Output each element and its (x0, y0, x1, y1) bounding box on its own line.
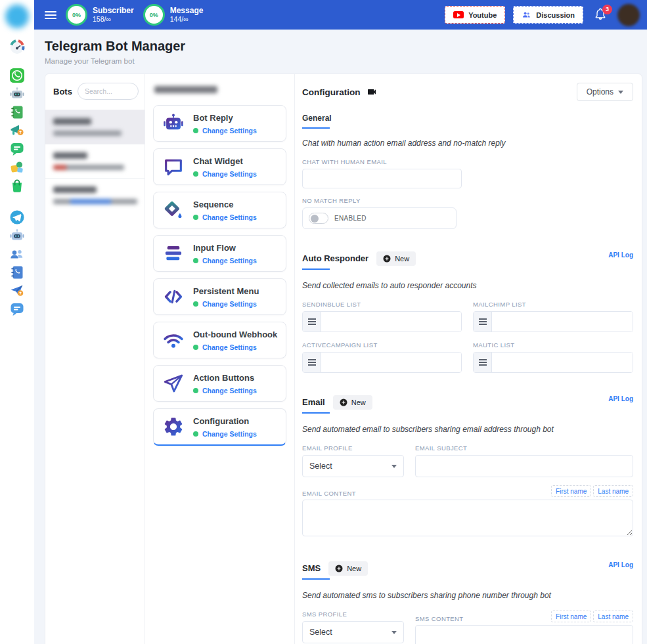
change-settings-link[interactable]: Change Settings (202, 387, 257, 395)
app-logo[interactable] (5, 5, 29, 28)
menu-card-outbound-webhook[interactable]: Out-bound Webhook Change Settings (153, 322, 286, 358)
bot-list-item[interactable] (45, 110, 145, 144)
whatsapp-bot-icon[interactable] (9, 86, 25, 102)
telegram-bot-icon[interactable] (9, 228, 25, 244)
list-picker-icon[interactable] (474, 353, 492, 372)
options-button-label: Options (587, 87, 614, 97)
change-settings-link[interactable]: Change Settings (202, 257, 257, 265)
menu-card-chat-widget[interactable]: Chat Widget Change Settings (153, 148, 286, 185)
last-name-tag-button[interactable]: Last name (593, 611, 633, 622)
user-avatar[interactable] (617, 4, 640, 26)
change-settings-link[interactable]: Change Settings (202, 213, 257, 221)
configuration-title: Configuration (302, 87, 360, 97)
email-content-textarea[interactable] (302, 500, 633, 536)
sms-api-log-link[interactable]: API Log (608, 561, 633, 569)
telegram-subscribers-icon[interactable] (9, 246, 25, 262)
sms-profile-select[interactable]: Select (302, 621, 404, 643)
menu-card-persistent-menu[interactable]: Persistent Menu Change Settings (153, 278, 286, 315)
change-settings-link[interactable]: Change Settings (202, 300, 257, 308)
status-dot (193, 215, 198, 220)
change-settings-link[interactable]: Change Settings (202, 170, 257, 178)
email-description: Send automated email to subscribers shar… (302, 425, 633, 434)
whatsapp-icon[interactable] (9, 68, 25, 83)
chat-with-human-email-input[interactable] (302, 169, 462, 188)
bot-name-redacted (53, 186, 97, 193)
first-name-tag-button[interactable]: First name (551, 485, 591, 497)
first-name-tag-button[interactable]: First name (551, 611, 591, 622)
message-stat-count: 144/∞ (170, 15, 204, 24)
dashboard-icon[interactable] (9, 39, 25, 55)
page-title: Telegram Bot Manager (45, 39, 642, 54)
message-stat-label: Message (170, 6, 204, 15)
discussion-button[interactable]: Discussion (513, 6, 583, 24)
sendinblue-list-input[interactable] (321, 312, 461, 332)
email-api-log-link[interactable]: API Log (608, 395, 633, 402)
email-new-button[interactable]: New (333, 395, 372, 410)
list-picker-icon[interactable] (303, 312, 321, 332)
list-picker-icon[interactable] (303, 353, 321, 372)
status-dot (193, 388, 198, 393)
menu-card-configuration[interactable]: Configuration Change Settings (153, 408, 286, 446)
bot-manager-board: Bots (45, 74, 642, 644)
new-button-label: New (347, 565, 361, 572)
bars-icon (162, 242, 185, 265)
discussion-button-label: Discussion (536, 11, 575, 19)
auto-responder-new-button[interactable]: New (376, 251, 416, 266)
telegram-chat-icon[interactable] (9, 301, 25, 317)
activecampaign-list-input[interactable] (321, 353, 461, 372)
change-settings-link[interactable]: Change Settings (202, 430, 257, 438)
mailchimp-list-input[interactable] (492, 312, 633, 332)
email-subject-input[interactable] (415, 455, 633, 477)
video-camera-icon[interactable] (367, 87, 377, 97)
telegram-contacts-icon[interactable] (9, 265, 25, 280)
list-picker-icon[interactable] (474, 312, 492, 332)
email-content-label: EMAIL CONTENT (302, 490, 356, 497)
bot-list-item[interactable] (45, 144, 145, 178)
activecampaign-list-label: ACTIVECAMPAIGN LIST (302, 341, 462, 349)
menu-toggle-icon[interactable] (45, 9, 56, 21)
ecommerce-bag-icon[interactable] (9, 178, 25, 194)
status-dot (193, 431, 198, 437)
telegram-broadcast-icon[interactable] (9, 283, 25, 299)
mautic-list-input[interactable] (492, 353, 633, 372)
sms-profile-value: Select (309, 628, 332, 637)
options-dropdown-button[interactable]: Options (577, 83, 633, 101)
menu-card-sequence[interactable]: Sequence Change Settings (153, 192, 286, 228)
bot-username-redacted (53, 165, 124, 170)
enabled-toggle[interactable] (309, 213, 328, 224)
bots-search-input[interactable] (78, 83, 139, 100)
auto-responder-api-log-link[interactable]: API Log (608, 251, 633, 259)
notifications-button[interactable]: 3 (594, 7, 607, 23)
change-settings-link[interactable]: Change Settings (202, 127, 257, 135)
mautic-list-label: MAUTIC LIST (473, 341, 633, 349)
bot-menu-panel: Bot Reply Change Settings Chat Widget Ch… (145, 74, 295, 644)
paint-bucket-icon (162, 198, 185, 222)
menu-card-title: Out-bound Webhook (193, 330, 277, 339)
mailchimp-list-label: MAILCHIMP LIST (473, 301, 633, 308)
sms-description: Send automated sms to subscribers sharin… (302, 591, 633, 600)
wifi-icon (162, 328, 185, 352)
sendinblue-list-label: SENDINBLUE LIST (302, 301, 462, 308)
message-progress-ring: 0% (143, 4, 165, 26)
integrations-icon[interactable] (9, 160, 25, 175)
change-settings-link[interactable]: Change Settings (202, 343, 257, 351)
sms-section-title: SMS (302, 563, 321, 580)
email-profile-select[interactable]: Select (302, 455, 404, 477)
sms-content-textarea[interactable] (415, 625, 633, 644)
whatsapp-chat-icon[interactable] (9, 141, 25, 157)
bot-list-item[interactable] (45, 178, 145, 219)
menu-card-action-buttons[interactable]: Action Buttons Change Settings (153, 365, 286, 402)
whatsapp-contacts-icon[interactable] (9, 104, 25, 120)
status-dot (193, 258, 198, 263)
whatsapp-broadcast-icon[interactable] (9, 123, 25, 139)
telegram-icon[interactable] (9, 209, 25, 225)
last-name-tag-button[interactable]: Last name (593, 485, 633, 497)
menu-card-bot-reply[interactable]: Bot Reply Change Settings (153, 105, 286, 142)
sms-new-button[interactable]: New (328, 561, 368, 576)
tab-general[interactable]: General (302, 114, 332, 129)
users-icon (522, 10, 531, 20)
chat-bubble-icon (162, 155, 185, 179)
menu-card-input-flow[interactable]: Input Flow Change Settings (153, 235, 286, 272)
youtube-button[interactable]: Youtube (445, 6, 505, 24)
auto-responder-description: Send collected emails to auto responder … (302, 281, 633, 290)
